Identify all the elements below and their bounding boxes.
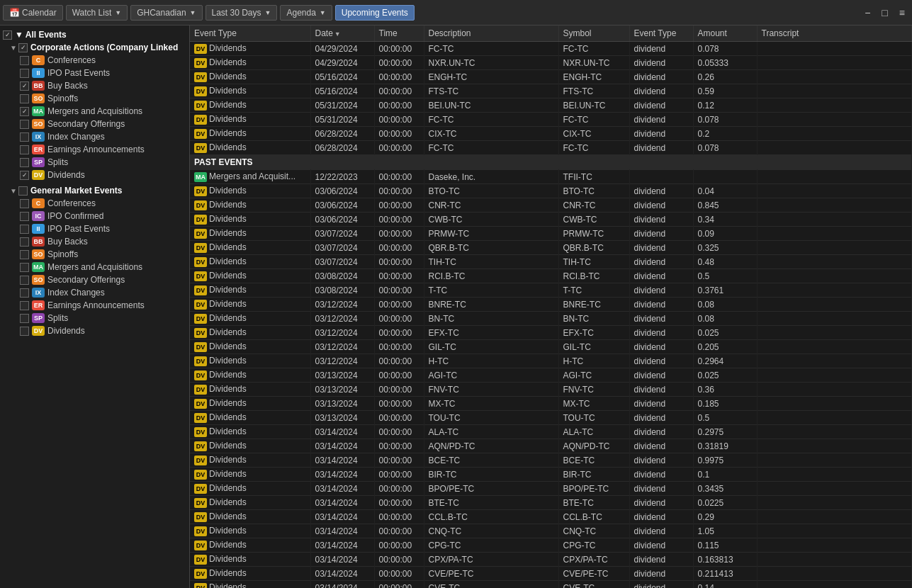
corporate-actions-item[interactable]: ▼ Corporate Actions (Company Linked (0, 41, 189, 54)
header-event-type2[interactable]: Event Type (629, 26, 693, 42)
table-row[interactable]: DVDividends 03/13/2024 00:00:00 AGI-TC A… (190, 368, 912, 383)
gen-check-6[interactable] (20, 276, 29, 285)
table-row[interactable]: DVDividends 03/12/2024 00:00:00 BN-TC BN… (190, 312, 912, 326)
table-row[interactable]: DVDividends 03/08/2024 00:00:00 T-TC T-T… (190, 283, 912, 298)
gen-item-6[interactable]: SO Secondary Offerings (0, 273, 189, 286)
table-row[interactable]: DVDividends 04/29/2024 00:00:00 NXR.UN-T… (190, 56, 912, 70)
corp-item-9[interactable]: DV Dividends (0, 169, 189, 181)
header-date[interactable]: Date▼ (310, 26, 374, 42)
table-row[interactable]: DVDividends 03/14/2024 00:00:00 CNQ-TC C… (190, 524, 912, 538)
table-row[interactable]: DVDividends 03/14/2024 00:00:00 CPG-TC C… (190, 538, 912, 553)
general-market-item[interactable]: ▼ General Market Events (0, 184, 189, 197)
all-events-check[interactable] (3, 30, 12, 40)
gen-item-0[interactable]: C Conferences (0, 197, 189, 210)
table-row[interactable]: DVDividends 03/13/2024 00:00:00 MX-TC MX… (190, 397, 912, 411)
gen-check-3[interactable] (20, 237, 29, 247)
gen-item-1[interactable]: IC IPO Confirmed (0, 210, 189, 222)
corp-check-0[interactable] (20, 56, 29, 65)
corp-check-7[interactable] (20, 145, 29, 154)
table-row[interactable]: DVDividends 03/14/2024 00:00:00 BPO/PE-T… (190, 482, 912, 496)
gen-item-5[interactable]: MA Mergers and Acquisitions (0, 261, 189, 273)
header-description[interactable]: Description (424, 26, 558, 42)
table-row[interactable]: DVDividends 03/14/2024 00:00:00 BIR-TC B… (190, 468, 912, 482)
gen-check-10[interactable] (20, 327, 29, 336)
table-row[interactable]: DVDividends 06/28/2024 00:00:00 FC-TC FC… (190, 141, 912, 155)
corp-item-0[interactable]: C Conferences (0, 54, 189, 67)
corp-item-1[interactable]: II IPO Past Events (0, 67, 189, 79)
corp-item-8[interactable]: SP Splits (0, 156, 189, 169)
table-row[interactable]: DVDividends 03/14/2024 00:00:00 ALA-TC A… (190, 425, 912, 439)
corp-check-4[interactable] (20, 107, 29, 116)
corp-check-3[interactable] (20, 94, 29, 103)
gen-check-7[interactable] (20, 288, 29, 298)
table-row[interactable]: DVDividends 03/14/2024 00:00:00 CVE/PE-T… (190, 567, 912, 581)
table-row[interactable]: DVDividends 03/14/2024 00:00:00 CCL.B-TC… (190, 510, 912, 524)
gen-item-8[interactable]: ER Earnings Announcements (0, 299, 189, 312)
table-row[interactable]: DVDividends 03/13/2024 00:00:00 TOU-TC T… (190, 411, 912, 425)
table-row[interactable]: DVDividends 05/31/2024 00:00:00 FC-TC FC… (190, 113, 912, 127)
table-row[interactable]: DVDividends 03/06/2024 00:00:00 CWB-TC C… (190, 213, 912, 227)
table-row[interactable]: DVDividends 03/14/2024 00:00:00 BCE-TC B… (190, 453, 912, 468)
table-row[interactable]: DVDividends 03/12/2024 00:00:00 EFX-TC E… (190, 326, 912, 340)
corp-check-8[interactable] (20, 158, 29, 167)
corp-check-9[interactable] (20, 171, 29, 180)
table-row[interactable]: DVDividends 03/12/2024 00:00:00 GIL-TC G… (190, 340, 912, 354)
corp-item-5[interactable]: SO Secondary Offerings (0, 118, 189, 130)
table-row[interactable]: DVDividends 03/06/2024 00:00:00 CNR-TC C… (190, 198, 912, 213)
table-row[interactable]: DVDividends 03/14/2024 00:00:00 AQN/PD-T… (190, 439, 912, 453)
table-row[interactable]: DVDividends 03/07/2024 00:00:00 PRMW-TC … (190, 227, 912, 241)
corp-check-2[interactable] (20, 81, 29, 91)
header-symbol[interactable]: Symbol (558, 26, 629, 42)
gen-check-1[interactable] (20, 212, 29, 221)
agenda-button[interactable]: Agenda ▼ (280, 5, 332, 21)
corporate-check[interactable] (18, 43, 28, 52)
header-transcript[interactable]: Transcript (757, 26, 912, 42)
table-row[interactable]: DVDividends 03/13/2024 00:00:00 FNV-TC F… (190, 383, 912, 397)
gen-check-2[interactable] (20, 225, 29, 234)
gen-check-5[interactable] (20, 263, 29, 272)
table-row[interactable]: DVDividends 04/29/2024 00:00:00 FC-TC FC… (190, 42, 912, 56)
table-row[interactable]: DVDividends 03/06/2024 00:00:00 BTO-TC B… (190, 184, 912, 198)
corp-item-2[interactable]: BB Buy Backs (0, 79, 189, 92)
gen-item-2[interactable]: II IPO Past Events (0, 222, 189, 235)
daterange-button[interactable]: Last 30 Days ▼ (206, 5, 278, 21)
table-row[interactable]: DVDividends 03/07/2024 00:00:00 QBR.B-TC… (190, 241, 912, 255)
gen-check-8[interactable] (20, 301, 29, 310)
corp-item-3[interactable]: SO Spinoffs (0, 92, 189, 105)
corp-item-7[interactable]: ER Earnings Announcements (0, 143, 189, 156)
table-row[interactable]: MAMergers and Acquisit... 12/22/2023 00:… (190, 170, 912, 184)
watchlist-button[interactable]: Watch List ▼ (66, 5, 128, 21)
watchlist-value-button[interactable]: GHCanadian ▼ (130, 5, 202, 21)
table-row[interactable]: DVDividends 03/14/2024 00:00:00 CVE-TC C… (190, 581, 912, 589)
minimize-button[interactable]: − (860, 6, 874, 20)
table-wrapper[interactable]: Event Type Date▼ Time Description Symbol… (190, 26, 912, 588)
corp-item-4[interactable]: MA Mergers and Acquisitions (0, 105, 189, 118)
gen-check-9[interactable] (20, 314, 29, 323)
table-row[interactable]: DVDividends 03/07/2024 00:00:00 TIH-TC T… (190, 255, 912, 269)
gen-check-0[interactable] (20, 199, 29, 208)
gen-item-10[interactable]: DV Dividends (0, 324, 189, 337)
calendar-button[interactable]: 📅 Calendar (3, 5, 63, 21)
corp-check-5[interactable] (20, 120, 29, 129)
gen-item-9[interactable]: SP Splits (0, 312, 189, 324)
gen-item-3[interactable]: BB Buy Backs (0, 235, 189, 248)
all-events-item[interactable]: ▼ All Events (0, 28, 189, 41)
gen-item-4[interactable]: SO Spinoffs (0, 248, 189, 261)
corp-check-6[interactable] (20, 132, 29, 142)
general-check[interactable] (18, 186, 28, 196)
header-event-type[interactable]: Event Type (190, 26, 310, 42)
upcoming-events-button[interactable]: Upcoming Events (335, 5, 415, 21)
table-row[interactable]: DVDividends 03/12/2024 00:00:00 H-TC H-T… (190, 354, 912, 368)
corp-item-6[interactable]: IX Index Changes (0, 130, 189, 143)
maximize-button[interactable]: □ (877, 6, 891, 20)
menu-button[interactable]: ≡ (895, 6, 909, 20)
table-row[interactable]: DVDividends 06/28/2024 00:00:00 CIX-TC C… (190, 127, 912, 141)
gen-item-7[interactable]: IX Index Changes (0, 286, 189, 299)
gen-check-4[interactable] (20, 250, 29, 259)
table-row[interactable]: DVDividends 03/14/2024 00:00:00 BTE-TC B… (190, 496, 912, 510)
table-row[interactable]: DVDividends 03/14/2024 00:00:00 CPX/PA-T… (190, 553, 912, 567)
table-row[interactable]: DVDividends 03/08/2024 00:00:00 RCI.B-TC… (190, 269, 912, 283)
table-row[interactable]: DVDividends 05/16/2024 00:00:00 ENGH-TC … (190, 70, 912, 84)
corp-check-1[interactable] (20, 69, 29, 78)
table-row[interactable]: DVDividends 05/16/2024 00:00:00 FTS-TC F… (190, 84, 912, 98)
